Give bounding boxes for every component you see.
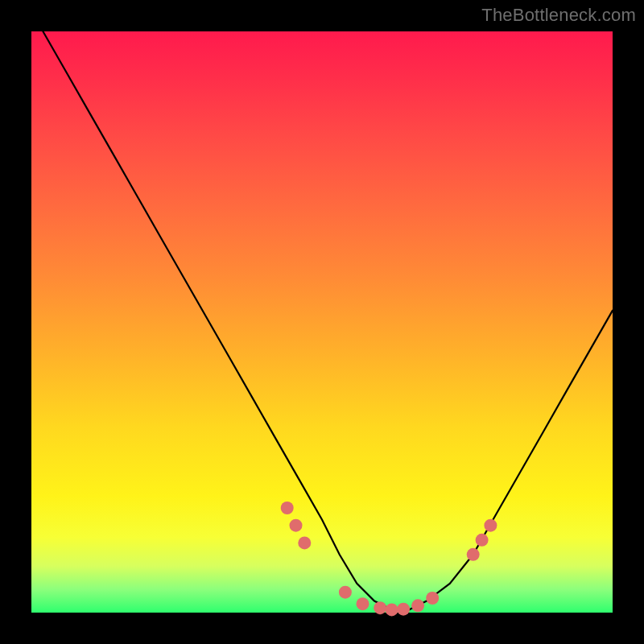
marker-dot (476, 534, 489, 547)
bottleneck-curve (43, 31, 613, 609)
marker-dot (281, 502, 294, 514)
curve-layer (31, 31, 613, 613)
marker-dot (298, 536, 311, 549)
marker-dot (374, 601, 386, 614)
marker-dot (397, 603, 410, 616)
marker-dot (290, 519, 303, 532)
watermark-text: TheBottleneck.com (481, 5, 636, 26)
plot-area (31, 31, 613, 613)
marker-dot (411, 599, 424, 612)
marker-dot (386, 603, 398, 616)
chart-frame: TheBottleneck.com (0, 0, 644, 644)
marker-dot (467, 548, 480, 561)
marker-dot (426, 592, 439, 605)
marker-dot (484, 519, 497, 532)
marker-dot (339, 586, 352, 599)
marker-dots (281, 502, 497, 616)
marker-dot (357, 597, 369, 610)
